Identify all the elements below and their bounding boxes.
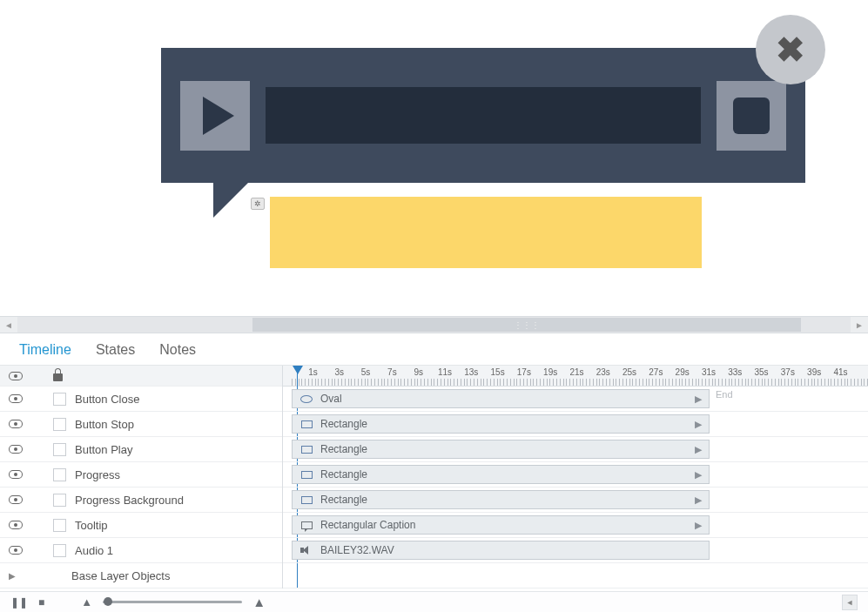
timeline-clip[interactable]: Oval▶ — [292, 389, 710, 408]
player-body — [161, 48, 805, 183]
panel-tabs: Timeline States Notes — [0, 333, 868, 366]
layer-name-label: Button Play — [75, 443, 133, 456]
layer-row[interactable]: Button Close — [0, 387, 282, 412]
scroll-thumb[interactable]: ⋮⋮⋮ — [252, 318, 801, 332]
expand-icon[interactable]: ▶ — [9, 571, 19, 581]
scroll-track[interactable]: ⋮⋮⋮ — [17, 317, 851, 333]
tab-notes[interactable]: Notes — [159, 342, 196, 358]
tab-states[interactable]: States — [96, 342, 135, 358]
progress-background[interactable] — [266, 87, 701, 144]
rect-icon — [299, 496, 313, 504]
layer-name-label: Button Close — [75, 393, 139, 406]
visibility-toggle-icon[interactable] — [9, 394, 23, 403]
layer-row[interactable]: Progress Background — [0, 488, 282, 513]
zoom-in-icon[interactable]: ▲ — [252, 595, 266, 609]
clip-label: BAILEY32.WAV — [320, 544, 394, 556]
clip-label: Rectangle — [320, 443, 367, 455]
lock-checkbox[interactable] — [53, 393, 66, 406]
ruler-ticks — [292, 379, 868, 386]
lock-column-icon[interactable] — [53, 373, 63, 381]
timeline-clip[interactable]: Rectangle▶ — [292, 414, 710, 434]
audio-icon — [299, 545, 313, 555]
stop-small-icon[interactable]: ■ — [38, 596, 44, 609]
player-callout — [161, 48, 805, 218]
accessibility-badge-icon[interactable]: ✲ — [251, 198, 265, 210]
visibility-toggle-icon[interactable] — [9, 495, 23, 504]
time-ruler[interactable]: 1s3s5s7s9s11s13s15s17s19s21s23s25s27s29s… — [283, 366, 868, 387]
visibility-toggle-icon[interactable] — [9, 420, 23, 428]
lock-checkbox[interactable] — [53, 443, 66, 456]
ruler-tick-label: 25s — [621, 367, 639, 377]
track-row[interactable]: Rectangle▶ — [283, 462, 868, 488]
ruler-tick-label: 35s — [752, 367, 770, 377]
lock-checkbox[interactable] — [53, 544, 66, 557]
pause-icon[interactable]: ❚❚ — [10, 596, 28, 609]
button-play[interactable] — [180, 81, 250, 151]
timeline-clip[interactable]: Rectangular Caption▶ — [292, 515, 710, 535]
ruler-tick-label: 41s — [831, 367, 850, 377]
base-layer-row[interactable]: ▶ Base Layer Objects — [0, 563, 282, 588]
ruler-tick-label: 5s — [357, 367, 375, 377]
track-row[interactable]: BAILEY32.WAV — [283, 538, 868, 563]
scroll-left-icon[interactable]: ◄ — [0, 317, 17, 333]
timeline-clip[interactable]: Rectangle▶ — [292, 440, 710, 459]
button-close[interactable] — [756, 15, 825, 84]
lock-checkbox[interactable] — [53, 418, 66, 431]
lock-checkbox[interactable] — [53, 468, 66, 481]
timeline-track-area[interactable]: 1s3s5s7s9s11s13s15s17s19s21s23s25s27s29s… — [283, 366, 868, 588]
track-row[interactable]: Rectangular Caption▶ — [283, 513, 868, 538]
layer-row[interactable]: Progress — [0, 462, 282, 488]
button-stop[interactable] — [717, 81, 786, 151]
track-row[interactable]: Oval▶ — [283, 387, 868, 412]
ruler-tick-label: 27s — [647, 367, 665, 377]
oval-icon — [299, 395, 313, 403]
visibility-toggle-icon[interactable] — [9, 445, 23, 454]
clip-continue-icon: ▶ — [695, 494, 702, 506]
layer-row[interactable]: Audio 1 — [0, 538, 282, 563]
clip-continue-icon: ▶ — [695, 469, 702, 481]
zoom-out-icon[interactable]: ▲ — [81, 595, 92, 609]
ruler-tick-label: 21s — [568, 367, 586, 377]
ruler-tick-label: 37s — [778, 367, 797, 377]
ruler-tick-label: 13s — [462, 367, 481, 377]
track-row[interactable]: Rectangle▶ — [283, 412, 868, 437]
timeline-clip[interactable]: Rectangle▶ — [292, 465, 710, 484]
scroll-right-icon[interactable]: ► — [851, 317, 868, 333]
lock-checkbox[interactable] — [53, 519, 66, 532]
layer-row[interactable]: Button Play — [0, 437, 282, 462]
rect-icon — [299, 471, 313, 479]
layer-row[interactable]: Tooltip — [0, 513, 282, 538]
visibility-toggle-icon[interactable] — [9, 470, 23, 479]
clip-continue-icon: ▶ — [695, 393, 702, 405]
callout-tail — [213, 183, 248, 218]
timeline-header — [0, 366, 282, 387]
tooltip-shape[interactable] — [270, 197, 702, 268]
layer-name-label: Audio 1 — [75, 544, 113, 557]
ruler-tick-label: 9s — [409, 367, 427, 377]
close-icon — [776, 30, 805, 70]
visibility-toggle-icon[interactable] — [9, 521, 23, 529]
layer-name-label: Progress Background — [75, 494, 184, 507]
tab-timeline[interactable]: Timeline — [19, 342, 71, 358]
visibility-toggle-icon[interactable] — [9, 546, 23, 555]
ruler-tick-label: 23s — [594, 367, 612, 377]
lock-checkbox[interactable] — [53, 494, 66, 507]
timeline-clip[interactable]: BAILEY32.WAV — [292, 541, 710, 560]
clip-continue-icon: ▶ — [695, 444, 702, 455]
zoom-slider[interactable] — [103, 601, 242, 603]
ruler-tick-label: 17s — [515, 367, 533, 377]
timeline-clip[interactable]: Rectangle▶ — [292, 490, 710, 509]
ruler-tick-label: 1s — [304, 367, 322, 377]
caption-icon — [299, 521, 313, 529]
canvas-horizontal-scrollbar[interactable]: ◄ ⋮⋮⋮ ► — [0, 316, 868, 333]
timeline-layer-list: Button CloseButton StopButton PlayProgre… — [0, 366, 283, 588]
track-scroll-left-icon[interactable]: ◄ — [842, 595, 858, 610]
stage-canvas[interactable]: ✲ — [0, 0, 868, 316]
track-row[interactable]: Rectangle▶ — [283, 488, 868, 513]
playhead-icon[interactable] — [293, 366, 303, 374]
timeline-panel: Button CloseButton StopButton PlayProgre… — [0, 366, 868, 588]
visibility-column-icon[interactable] — [9, 372, 23, 380]
base-layer-label: Base Layer Objects — [71, 569, 170, 582]
layer-row[interactable]: Button Stop — [0, 412, 282, 437]
track-row[interactable]: Rectangle▶ — [283, 437, 868, 462]
